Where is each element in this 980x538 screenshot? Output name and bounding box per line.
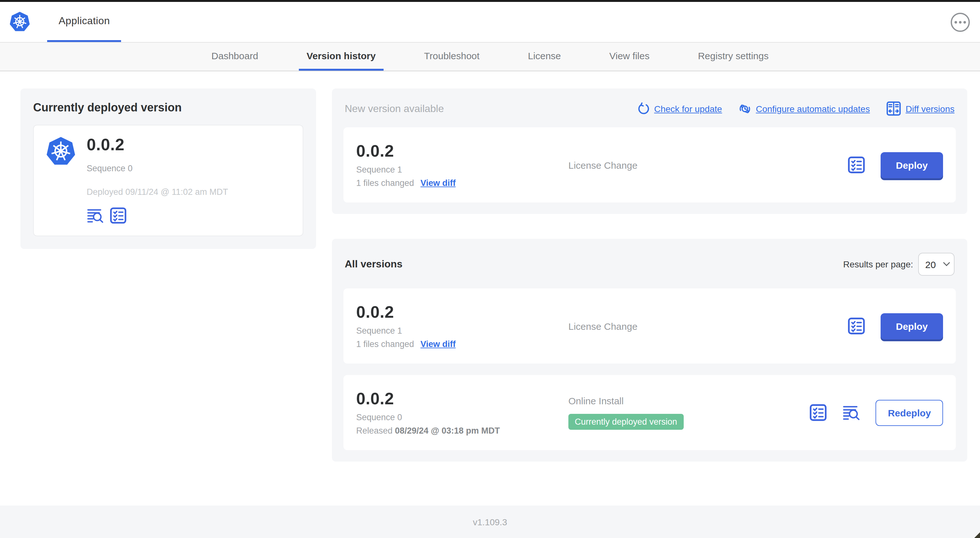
app-title-tab[interactable]: Application [47,2,121,42]
files-changed: 1 files changed [356,179,414,188]
logs-icon [843,404,861,422]
configure-automatic-updates-link[interactable]: Configure automatic updates [738,102,870,115]
cursor-artifact [974,532,980,538]
subnav: Dashboard Version history Troubleshoot L… [0,42,980,71]
right-column: New version available Check for update [332,89,967,462]
results-per-page-select[interactable]: 20 [918,253,955,276]
version-number: 0.0.2 [356,389,568,408]
view-logs-button[interactable] [87,207,104,224]
version-sequence: Sequence 0 [356,413,568,422]
source-label: Online Install [568,395,624,406]
deployed-actions [87,207,228,224]
kubernetes-icon [9,11,30,33]
checklist-icon [848,156,865,174]
deployed-sequence: Sequence 0 [87,163,228,173]
diff-versions-label: Diff versions [905,103,955,114]
currently-deployed-badge: Currently deployed version [568,414,683,430]
configure-automatic-updates-label: Configure automatic updates [756,103,870,114]
source-label: License Change [568,159,638,170]
tab-dashboard[interactable]: Dashboard [204,43,266,71]
ellipsis-icon [955,21,957,23]
version-source: Online Install Currently deployed versio… [568,395,683,430]
app-header: Application [0,2,980,42]
tab-view-files[interactable]: View files [602,43,657,71]
tab-registry-settings[interactable]: Registry settings [690,43,776,71]
version-info: 0.0.2 Sequence 1 1 files changed View di… [356,142,568,188]
all-versions-panel: All versions Results per page: 20 [332,239,967,462]
section-gap [332,214,967,239]
version-info: 0.0.2 Sequence 0 Released 08/29/24 @ 03:… [356,389,568,436]
diff-icon [886,101,901,116]
diff-versions-link[interactable]: Diff versions [886,101,955,116]
page: Application Dashboard Version history Tr… [0,0,980,538]
checklist-icon [810,404,827,422]
new-version-heading: New version available [345,103,444,114]
page-footer: v1.109.3 [0,506,980,538]
preflight-checks-button[interactable] [810,404,827,422]
deploy-button[interactable]: Deploy [881,152,943,178]
version-number: 0.0.2 [356,142,568,161]
update-actions: Check for update [637,101,955,116]
checklist-icon [848,317,865,335]
row-actions: Deploy [848,152,943,178]
released-timestamp: Released 08/29/24 @ 03:18 pm MDT [356,426,568,436]
new-version-header: New version available Check for update [345,101,955,116]
deployed-version-number: 0.0.2 [87,136,228,155]
version-source: License Change [568,159,638,170]
logs-icon [87,207,104,224]
version-row: 0.0.2 Sequence 0 Released 08/29/24 @ 03:… [344,375,956,450]
tab-troubleshoot[interactable]: Troubleshoot [417,43,487,71]
version-info: 0.0.2 Sequence 1 1 files changed View di… [356,303,568,349]
app-logo [9,2,30,42]
version-sequence: Sequence 1 [356,326,568,336]
new-version-row: 0.0.2 Sequence 1 1 files changed View di… [344,127,956,203]
deployed-version-info: 0.0.2 Sequence 0 Deployed 09/11/24 @ 11:… [87,136,228,224]
check-for-update-label: Check for update [654,103,722,114]
row-actions: Redeploy [810,400,943,425]
version-row: 0.0.2 Sequence 1 1 files changed View di… [344,289,956,363]
row-actions: Deploy [848,313,943,339]
results-per-page: Results per page: 20 [843,253,955,276]
auto-update-icon [738,102,751,115]
app-title: Application [59,15,110,27]
version-sequence: Sequence 1 [356,165,568,175]
checklist-icon [110,207,127,224]
deploy-button[interactable]: Deploy [881,313,943,339]
currently-deployed-panel: Currently deployed version [21,89,316,249]
results-per-page-label: Results per page: [843,259,913,269]
refresh-icon [637,102,650,115]
console-version: v1.109.3 [473,517,507,527]
more-options-button[interactable] [951,13,970,32]
view-logs-button[interactable] [843,404,861,422]
all-versions-header: All versions Results per page: 20 [345,253,955,276]
all-versions-heading: All versions [345,259,402,270]
check-for-update-link[interactable]: Check for update [637,102,722,115]
view-diff-link[interactable]: View diff [420,340,456,349]
view-diff-link[interactable]: View diff [420,179,456,188]
preflight-checks-button[interactable] [848,156,865,174]
deployed-timestamp: Deployed 09/11/24 @ 11:02 am MDT [87,187,228,197]
preflight-checks-button[interactable] [110,207,127,224]
tab-license[interactable]: License [520,43,568,71]
preflight-checks-button[interactable] [848,317,865,335]
currently-deployed-card: 0.0.2 Sequence 0 Deployed 09/11/24 @ 11:… [33,125,303,236]
version-number: 0.0.2 [356,303,568,322]
kubernetes-icon [45,136,76,167]
redeploy-button[interactable]: Redeploy [876,400,943,425]
main-content: Currently deployed version [0,71,980,462]
version-source: License Change [568,321,638,332]
files-changed: 1 files changed [356,340,414,349]
currently-deployed-heading: Currently deployed version [33,101,303,114]
results-per-page-select-wrap: 20 [918,253,955,276]
new-version-panel: New version available Check for update [332,89,967,214]
tab-version-history[interactable]: Version history [299,43,383,71]
source-label: License Change [568,321,638,332]
